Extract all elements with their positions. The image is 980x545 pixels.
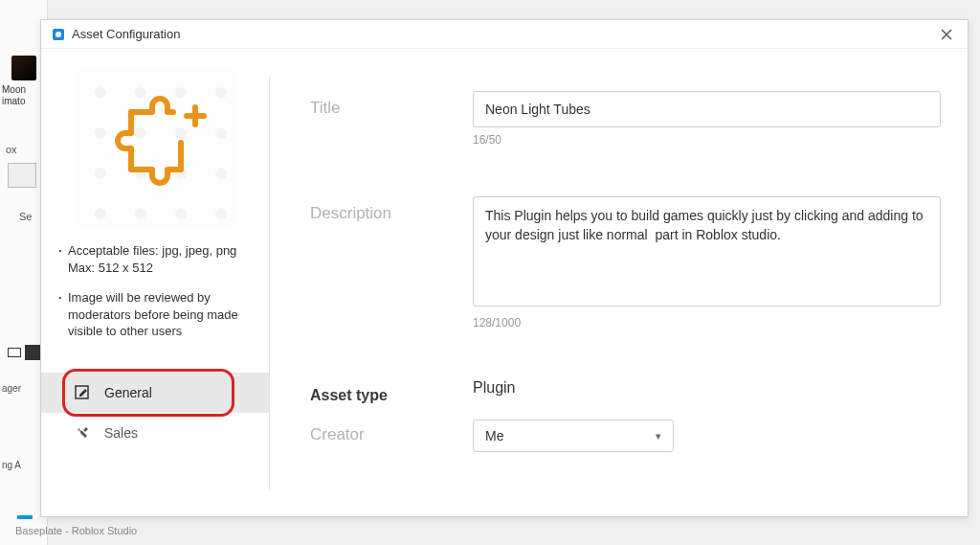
hint-list: Acceptable files: jpg, jpeg, png Max: 51…: [58, 242, 252, 353]
chevron-down-icon: ▾: [656, 430, 661, 443]
tab-sales[interactable]: Sales: [41, 413, 269, 453]
gear-icon: [51, 27, 66, 42]
bg-ager-label: ager: [2, 383, 21, 394]
title-counter: 16/50: [473, 133, 941, 147]
bg-win-bar: [17, 515, 33, 519]
bg-tool-btn: [25, 345, 40, 360]
bg-nga-label: ng A: [2, 460, 21, 470]
creator-row: Creator Me ▾: [310, 420, 941, 452]
title-row: Title 16/50: [310, 91, 941, 147]
asset-type-value: Plugin: [473, 379, 941, 397]
hint-acceptable: Acceptable files: jpg, jpeg, png Max: 51…: [58, 242, 252, 276]
title-label: Title: [310, 91, 473, 118]
hint-review: Image will be reviewed by moderators bef…: [58, 289, 252, 340]
close-icon: [940, 28, 953, 41]
asset-type-row: Asset type Plugin: [310, 379, 941, 404]
moon-app-label: Moon imato: [2, 84, 26, 107]
dialog-body: Acceptable files: jpg, jpeg, png Max: 51…: [41, 49, 968, 516]
creator-value: Me: [485, 428, 503, 443]
dialog-title: Asset Configuration: [72, 27, 180, 41]
tools-icon: [74, 424, 91, 442]
description-textarea[interactable]: [473, 196, 941, 307]
edit-icon: [74, 384, 91, 401]
sidebar: Acceptable files: jpg, jpeg, png Max: 51…: [41, 49, 269, 516]
close-button[interactable]: [935, 23, 958, 46]
description-label: Description: [310, 196, 473, 223]
puzzle-plus-icon: [102, 95, 208, 200]
bg-box-rect: [8, 163, 36, 188]
asset-preview-box[interactable]: [76, 68, 234, 227]
bg-box-label: ox: [6, 144, 17, 155]
bg-se-label: Se: [19, 211, 32, 222]
asset-configuration-dialog: Asset Configuration Acceptable files: jp…: [40, 19, 969, 517]
bg-tool-box: [8, 348, 21, 357]
tab-label: Sales: [104, 425, 138, 441]
creator-label: Creator: [310, 420, 473, 444]
bg-baseplate-label: Baseplate - Roblox Studio: [15, 525, 137, 536]
form-content: Title 16/50 Description 128/1000 Asset t…: [270, 49, 968, 516]
bg-tool-row: [8, 345, 40, 360]
tab-label: General: [104, 385, 152, 400]
tab-list: General Sales: [41, 373, 269, 453]
dialog-header: Asset Configuration: [41, 20, 968, 49]
tab-general[interactable]: General: [41, 373, 269, 413]
title-input[interactable]: [473, 91, 941, 127]
asset-type-label: Asset type: [310, 379, 473, 404]
moon-app-icon: [11, 56, 36, 80]
description-row: Description 128/1000: [310, 196, 941, 329]
svg-point-1: [56, 32, 61, 37]
description-counter: 128/1000: [473, 316, 941, 329]
creator-select[interactable]: Me ▾: [473, 420, 674, 452]
